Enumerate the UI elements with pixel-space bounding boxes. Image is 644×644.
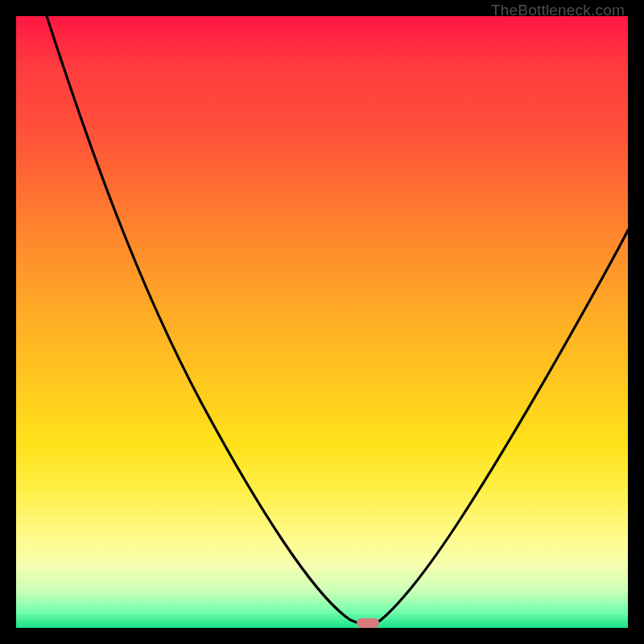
curve-right-branch [374, 230, 628, 625]
plot-area [16, 16, 628, 628]
curve-left-branch [47, 16, 362, 625]
chart-frame: TheBottleneck.com [0, 0, 644, 644]
min-marker [357, 618, 379, 628]
bottleneck-curve [16, 16, 628, 628]
